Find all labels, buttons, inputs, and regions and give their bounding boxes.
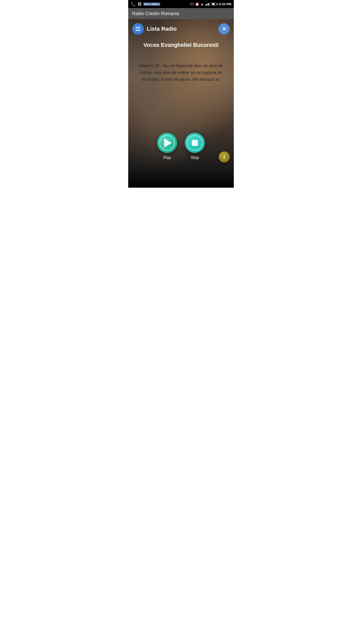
bible-icon: HOLY BIBLE (143, 3, 160, 6)
station-name: Vocea Evangheliei Bucuresti (128, 37, 234, 52)
status-right-icons: 📳 ⏰ ▲ 9:33 PM (190, 2, 231, 6)
stop-control[interactable]: Stop (185, 133, 205, 160)
main-content: Lista Radio ✕ Vocea Evangheliei Bucurest… (128, 19, 234, 168)
menu-line-2 (135, 29, 141, 29)
status-bar: 📞 🖼 HOLY BIBLE 📳 ⏰ ▲ (128, 0, 234, 8)
stop-button[interactable] (185, 133, 205, 153)
header-title: Lista Radio (147, 26, 177, 32)
close-icon: ✕ (222, 26, 226, 31)
stop-outer-ring (187, 135, 203, 151)
play-icon (164, 138, 172, 147)
controls-area: Play Stop (128, 128, 234, 168)
status-left-icons: 📞 🖼 HOLY BIBLE (131, 2, 160, 7)
header-row: Lista Radio ✕ (128, 19, 234, 37)
menu-line-1 (135, 27, 141, 28)
app-bar: Radio Crestin Romania (128, 8, 234, 19)
bible-verse: Matei 6:34 - Nu vă îngrijorați deci de z… (128, 52, 234, 128)
info-button[interactable]: i (219, 151, 230, 163)
photo-icon: 🖼 (138, 2, 141, 6)
menu-button[interactable] (132, 23, 144, 35)
vibrate-icon: 📳 (190, 2, 194, 6)
battery-icon (212, 3, 218, 6)
play-outer-ring (159, 135, 175, 151)
status-time: 9:33 PM (219, 2, 231, 6)
signal-bars (205, 3, 210, 6)
bottom-bar (128, 168, 234, 188)
menu-line-3 (135, 30, 141, 31)
stop-label: Stop (191, 155, 199, 160)
alarm-icon: ⏰ (195, 2, 199, 6)
stop-icon (192, 140, 198, 146)
header-left: Lista Radio (132, 23, 177, 35)
wifi-icon: ▲ (200, 2, 204, 6)
viber-icon: 📞 (131, 2, 136, 7)
phone-container: 📞 🖼 HOLY BIBLE 📳 ⏰ ▲ (128, 0, 234, 188)
close-button[interactable]: ✕ (218, 23, 230, 35)
info-icon: i (223, 154, 225, 160)
menu-icon (135, 27, 141, 31)
play-button[interactable] (157, 133, 177, 153)
play-control[interactable]: Play (157, 133, 177, 160)
play-label: Play (163, 155, 171, 160)
app-bar-title: Radio Crestin Romania (132, 11, 179, 16)
